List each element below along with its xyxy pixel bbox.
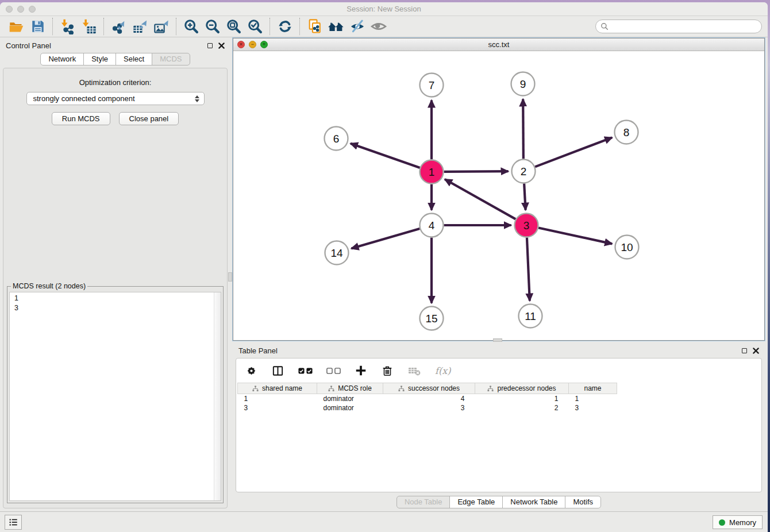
select-all-icon[interactable]	[298, 368, 313, 374]
zoom-in-button[interactable]	[180, 18, 202, 36]
tab-network-table[interactable]: Network Table	[502, 496, 565, 508]
graph-edge-3-11[interactable]	[527, 237, 530, 300]
toolbar-separator	[176, 18, 176, 35]
network-canvas[interactable]: 1234678910111415	[233, 52, 764, 340]
graph-node-2[interactable]: 2	[512, 160, 536, 183]
table-row[interactable]: 1dominator411	[238, 394, 617, 403]
column-header-shared-name[interactable]: shared name	[238, 383, 317, 394]
column-header-name[interactable]: name	[569, 383, 617, 394]
table-panel: Table Panel	[233, 343, 765, 511]
refresh-layout-button[interactable]	[274, 18, 295, 36]
graph-edge-3-10[interactable]	[538, 228, 612, 244]
result-scrollbar[interactable]	[214, 292, 221, 500]
memory-button[interactable]: Memory	[713, 515, 763, 529]
search-input[interactable]	[611, 22, 757, 30]
export-network-button[interactable]	[108, 18, 129, 36]
graph-edge-1-2[interactable]	[444, 171, 508, 172]
zoom-selected-button[interactable]	[244, 18, 265, 36]
graph-edge-2-8[interactable]	[535, 137, 612, 167]
export-image-button[interactable]	[151, 18, 172, 36]
graph-node-10[interactable]: 10	[615, 236, 639, 259]
split-columns-icon[interactable]	[271, 364, 284, 377]
close-panel-icon[interactable]	[218, 43, 225, 49]
optimization-criterion-select[interactable]: strongly connected component	[26, 92, 205, 105]
column-header-MCDS-role[interactable]: MCDS role	[317, 383, 383, 394]
table-row[interactable]: 3dominator323	[238, 403, 617, 413]
deselect-all-icon[interactable]	[326, 368, 341, 374]
tab-network[interactable]: Network	[40, 53, 84, 65]
refresh-icon	[277, 18, 293, 34]
table-cell[interactable]: 3	[383, 403, 475, 413]
hide-network-button[interactable]	[346, 18, 368, 36]
graph-edge-3-1[interactable]	[445, 179, 515, 219]
column-header-predecessor-nodes[interactable]: predecessor nodes	[475, 383, 569, 394]
table-cell[interactable]: 3	[569, 403, 617, 413]
zoom-fit-button[interactable]	[223, 18, 244, 36]
import-table-icon	[81, 18, 97, 34]
delete-row-trash-icon[interactable]	[381, 364, 394, 377]
svg-text:7: 7	[429, 79, 435, 91]
zoom-fit-icon	[226, 18, 242, 34]
svg-text:6: 6	[333, 133, 340, 145]
tab-edge-table[interactable]: Edge Table	[449, 496, 503, 508]
close-table-panel-icon[interactable]	[753, 348, 759, 354]
float-table-panel-icon[interactable]	[742, 348, 747, 353]
graph-node-14[interactable]: 14	[325, 241, 349, 265]
save-session-button[interactable]	[27, 18, 48, 36]
tab-node-table[interactable]: Node Table	[396, 496, 451, 508]
zoom-out-button[interactable]	[202, 18, 223, 36]
table-cell[interactable]: 4	[383, 394, 475, 403]
graph-node-11[interactable]: 11	[519, 304, 542, 328]
table-cell[interactable]: dominator	[317, 403, 383, 413]
panel-splitter-handle[interactable]	[228, 272, 232, 282]
float-panel-icon[interactable]	[207, 43, 213, 48]
control-panel-title: Control Panel	[6, 41, 51, 50]
add-row-icon[interactable]	[355, 364, 367, 377]
close-panel-button[interactable]: Close panel	[119, 112, 179, 125]
table-cell[interactable]: 2	[475, 403, 569, 413]
svg-text:11: 11	[525, 310, 536, 322]
svg-text:3: 3	[523, 219, 530, 232]
graph-node-8[interactable]: 8	[615, 121, 638, 144]
show-network-button[interactable]	[368, 18, 389, 36]
tab-select[interactable]: Select	[116, 53, 152, 65]
export-table-button[interactable]	[129, 18, 151, 36]
network-title: scc.txt	[233, 40, 764, 49]
graph-node-15[interactable]: 15	[420, 307, 444, 330]
table-splitter-handle[interactable]	[493, 338, 502, 342]
import-table-button[interactable]	[78, 18, 99, 36]
graph-edge-1-6[interactable]	[351, 144, 420, 168]
search-field[interactable]	[595, 20, 762, 33]
graph-edge-4-14[interactable]	[351, 229, 419, 249]
home-button[interactable]	[325, 18, 346, 36]
column-header-successor-nodes[interactable]: successor nodes	[383, 383, 475, 394]
task-history-button[interactable]	[5, 515, 22, 530]
graph-node-9[interactable]: 9	[511, 72, 535, 96]
attribute-tree-icon	[328, 385, 334, 392]
mcds-result-textarea[interactable]: 13	[9, 292, 221, 501]
tab-motifs[interactable]: Motifs	[565, 496, 601, 508]
application-window: Session: New Session	[0, 2, 768, 532]
table-cell[interactable]: 1	[238, 394, 317, 403]
table-cell[interactable]: 1	[569, 394, 617, 403]
export-image-icon	[153, 18, 170, 34]
graph-node-3[interactable]: 3	[515, 214, 538, 237]
copy-network-button[interactable]	[304, 18, 325, 36]
tab-mcds[interactable]: MCDS	[152, 53, 190, 65]
run-mcds-button[interactable]: Run MCDS	[52, 112, 110, 125]
table-cell[interactable]: dominator	[317, 394, 383, 403]
table-cell[interactable]: 1	[475, 394, 569, 403]
mcds-result-line: 1	[14, 294, 216, 303]
import-network-button[interactable]	[57, 18, 78, 36]
graph-edge-2-9[interactable]	[523, 99, 523, 159]
graph-node-7[interactable]: 7	[420, 74, 444, 97]
save-icon	[30, 19, 45, 34]
graph-edge-2-3[interactable]	[524, 183, 525, 210]
graph-node-4[interactable]: 4	[420, 214, 444, 237]
tab-style[interactable]: Style	[83, 53, 116, 65]
open-session-button[interactable]	[6, 18, 27, 36]
table-settings-gear-icon[interactable]	[245, 365, 257, 377]
graph-node-6[interactable]: 6	[325, 127, 348, 151]
table-cell[interactable]: 3	[238, 403, 317, 413]
graph-node-1[interactable]: 1	[420, 160, 444, 184]
